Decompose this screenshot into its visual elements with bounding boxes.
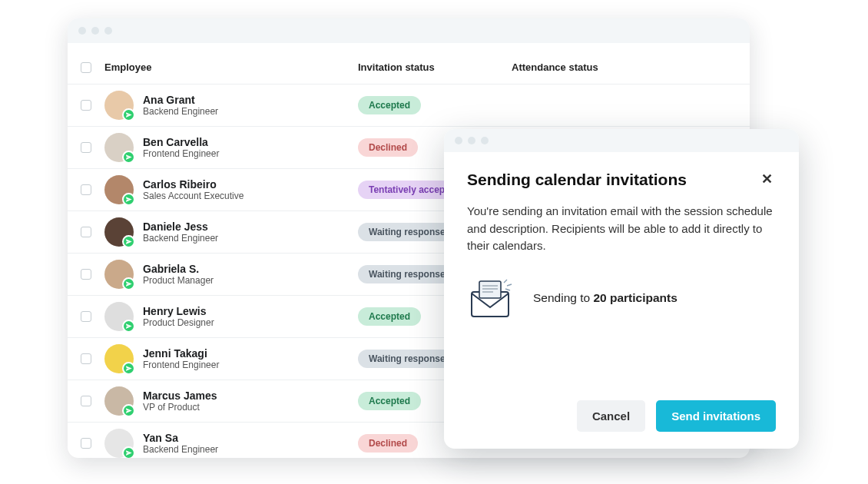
- sending-summary: Sending to 20 participants: [467, 277, 776, 320]
- employee-cell: Yan Sa Backend Engineer: [104, 429, 358, 458]
- employee-name: Yan Sa: [143, 432, 218, 444]
- col-employee: Employee: [104, 61, 358, 73]
- row-checkbox[interactable]: [81, 227, 91, 237]
- employee-role: VP of Product: [143, 403, 217, 413]
- table-header-row: Employee Invitation status Attendance st…: [68, 51, 750, 85]
- sending-count: 20 participants: [593, 291, 677, 304]
- dialog-titlebar: [444, 129, 799, 152]
- window-dot: [468, 137, 475, 144]
- row-checkbox[interactable]: [81, 269, 91, 280]
- employee-role: Product Manager: [143, 276, 214, 287]
- table-row: Ana Grant Backend Engineer Accepted: [68, 85, 750, 127]
- sent-icon: [122, 362, 135, 375]
- employee-cell: Henry Lewis Product Designer: [104, 302, 358, 331]
- status-badge: Accepted: [358, 392, 421, 410]
- send-invitations-button[interactable]: Send invitations: [656, 400, 776, 432]
- svg-rect-1: [479, 281, 501, 298]
- employee-name: Henry Lewis: [143, 305, 214, 317]
- employee-name: Daniele Jess: [143, 220, 218, 233]
- window-dot: [104, 27, 112, 35]
- employee-role: Product Designer: [143, 318, 214, 329]
- sent-icon: [122, 446, 135, 458]
- window-titlebar: [68, 18, 750, 43]
- status-badge: Declined: [358, 434, 418, 453]
- sent-icon: [122, 320, 135, 333]
- employee-role: Backend Engineer: [143, 445, 218, 456]
- employee-cell: Ben Carvella Frontend Engineer: [104, 133, 358, 162]
- row-checkbox[interactable]: [81, 142, 91, 153]
- window-dot: [481, 137, 489, 144]
- row-checkbox[interactable]: [81, 100, 91, 111]
- employee-name: Carlos Ribeiro: [143, 178, 244, 191]
- invitation-status-cell: Accepted: [358, 96, 512, 114]
- employee-role: Frontend Engineer: [143, 360, 219, 371]
- employee-role: Backend Engineer: [143, 234, 218, 244]
- status-badge: Waiting response: [358, 350, 456, 368]
- close-icon[interactable]: ✕: [758, 171, 776, 187]
- employee-role: Frontend Engineer: [143, 149, 219, 160]
- sent-icon: [122, 193, 135, 206]
- row-checkbox[interactable]: [81, 438, 91, 449]
- select-all-checkbox[interactable]: [81, 62, 91, 73]
- sent-icon: [122, 108, 135, 121]
- status-badge: Accepted: [358, 96, 421, 114]
- employee-cell: Jenni Takagi Frontend Engineer: [104, 344, 358, 373]
- sending-count-text: Sending to 20 participants: [533, 291, 678, 305]
- employee-name: Jenni Takagi: [143, 347, 219, 360]
- employee-name: Ben Carvella: [143, 136, 219, 148]
- employee-role: Sales Account Executive: [143, 191, 244, 202]
- envelope-icon: [467, 277, 516, 320]
- dialog-description: You're sending an invitation email with …: [467, 203, 776, 255]
- row-checkbox[interactable]: [81, 396, 91, 406]
- window-dot: [78, 27, 86, 35]
- status-badge: Declined: [358, 138, 418, 157]
- employee-cell: Daniele Jess Backend Engineer: [104, 217, 358, 247]
- window-dot: [91, 27, 99, 35]
- employee-cell: Gabriela S. Product Manager: [104, 260, 358, 289]
- employee-cell: Carlos Ribeiro Sales Account Executive: [104, 175, 358, 204]
- col-invitation: Invitation status: [358, 61, 512, 73]
- row-checkbox[interactable]: [81, 353, 91, 364]
- status-badge: Accepted: [358, 307, 421, 326]
- employee-name: Ana Grant: [143, 94, 218, 106]
- window-dot: [455, 137, 462, 144]
- employee-cell: Marcus James VP of Product: [104, 386, 358, 416]
- employee-cell: Ana Grant Backend Engineer: [104, 91, 358, 120]
- sent-icon: [122, 235, 135, 248]
- col-attendance: Attendance status: [512, 61, 734, 73]
- row-checkbox[interactable]: [81, 311, 91, 322]
- status-badge: Waiting response: [358, 223, 456, 241]
- sent-icon: [122, 151, 135, 164]
- sent-icon: [122, 277, 135, 290]
- sent-icon: [122, 404, 135, 417]
- row-checkbox[interactable]: [81, 184, 91, 195]
- send-invitations-dialog: Sending calendar invitations ✕ You're se…: [444, 129, 799, 449]
- employee-name: Gabriela S.: [143, 263, 214, 275]
- sending-prefix: Sending to: [533, 291, 593, 304]
- employee-name: Marcus James: [143, 390, 217, 402]
- status-badge: Waiting response: [358, 265, 456, 283]
- dialog-title: Sending calendar invitations: [467, 171, 687, 189]
- employee-role: Backend Engineer: [143, 107, 218, 118]
- cancel-button[interactable]: Cancel: [577, 400, 645, 432]
